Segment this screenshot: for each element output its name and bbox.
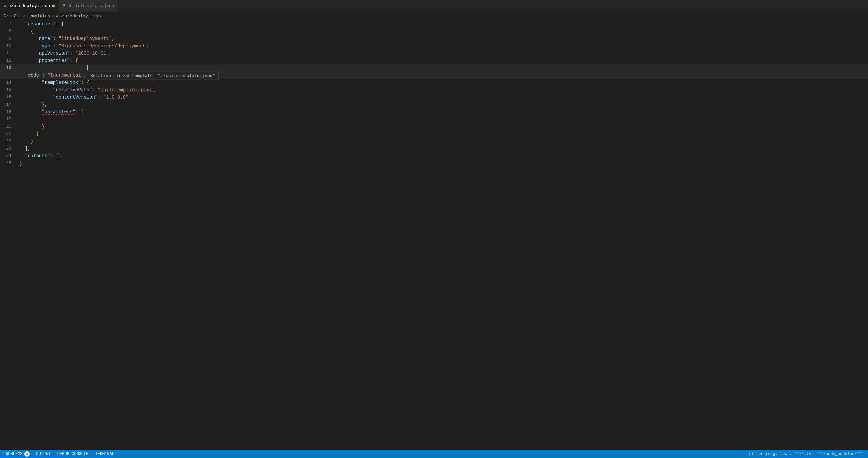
line-23: 23 ],: [0, 145, 868, 152]
line-code-14: "templateLink": {: [17, 79, 868, 86]
problems-count: 3: [24, 451, 30, 457]
line-num-20: 20: [0, 123, 17, 130]
text-cursor: │: [86, 65, 89, 70]
line-code-16: "contentVersion": "1.0.0.0": [17, 94, 868, 101]
line-code-9: "name": "linkedDeployment1",: [17, 35, 868, 42]
line-21: 21 }: [0, 130, 868, 137]
line-num-10: 10: [0, 42, 17, 50]
line-8: 8 {: [0, 28, 868, 35]
line-num-12: 12: [0, 57, 17, 64]
line-code-11: "apiVersion": "2020-10-01",: [17, 50, 868, 57]
line-num-7: 7: [0, 20, 17, 28]
breadcrumb-git[interactable]: Git: [14, 14, 21, 19]
debug-label: DEBUG CONSOLE: [57, 452, 89, 456]
terminal-label: TERMINAL: [95, 452, 114, 456]
line-code-23: ],: [17, 145, 868, 152]
line-code-25: }: [17, 160, 868, 167]
editor[interactable]: 7 "resources": [ 8 { 9 "name": "linkedDe…: [0, 20, 868, 450]
tab-childtemplate[interactable]: ≡ childTemplate.json: [59, 0, 119, 12]
line-18: 18 "parameters": {: [0, 108, 868, 116]
line-num-17: 17: [0, 101, 17, 108]
line-num-11: 11: [0, 50, 17, 57]
line-code-20: }: [17, 123, 868, 130]
line-25: 25 }: [0, 160, 868, 167]
line-num-18: 18: [0, 108, 17, 116]
status-left: PROBLEMS 3 OUTPUT DEBUG CONSOLE TERMINAL: [0, 450, 118, 458]
status-right: Filter (e.g. text, **/*.ts, !**/node_mod…: [745, 452, 868, 456]
line-code-7: "resources": [: [17, 20, 868, 28]
line-17: 17 },: [0, 101, 868, 108]
line-num-13: 13: [0, 64, 17, 72]
tab-azuredeploy[interactable]: ≡ azuredeploy.json: [0, 0, 59, 12]
breadcrumb-templates[interactable]: templates: [27, 14, 50, 19]
line-code-24: "outputs": {}: [17, 152, 868, 160]
line-code-10: "type": "Microsoft.Resources/deployments…: [17, 42, 868, 50]
output-tab[interactable]: OUTPUT: [33, 450, 54, 458]
line-num-14: 14: [0, 79, 17, 86]
line-code-19: [17, 116, 868, 123]
tab-bar: ≡ azuredeploy.json ≡ childTemplate.json: [0, 0, 868, 12]
line-num-15: 15: [0, 86, 17, 94]
line-11: 11 "apiVersion": "2020-10-01",: [0, 50, 868, 57]
line-code-13: "mode": "Incremental",: [0, 72, 868, 79]
line-10: 10 "type": "Microsoft.Resources/deployme…: [0, 42, 868, 50]
problems-label: PROBLEMS: [3, 452, 23, 456]
line-16: 16 "contentVersion": "1.0.0.0": [0, 94, 868, 101]
line-code-18: "parameters": {: [17, 108, 868, 116]
debug-console-tab[interactable]: DEBUG CONSOLE: [54, 450, 92, 458]
line-code-22: }: [17, 137, 868, 145]
tab-label-childtemplate: childTemplate.json: [67, 3, 114, 8]
line-14: 14 "templateLink": {: [0, 79, 868, 86]
breadcrumb-sep-3: >: [52, 14, 54, 19]
line-24: 24 "outputs": {}: [0, 152, 868, 160]
breadcrumb-sep-2: >: [23, 14, 26, 19]
line-code-12: "properties": {: [17, 57, 868, 64]
line-code-8: {: [17, 28, 868, 35]
problems-tab[interactable]: PROBLEMS 3: [0, 450, 33, 458]
line-12: 12 "properties": {: [0, 57, 868, 64]
breadcrumb-sep-1: >: [10, 14, 13, 19]
line-code-17: },: [17, 101, 868, 108]
line-num-21: 21: [0, 130, 17, 137]
line-19: 19: [0, 116, 868, 123]
line-code-15: "relativePath": "childTemplate.json",: [17, 86, 868, 94]
breadcrumb-file-icon: ≡: [56, 14, 58, 18]
editor-content: 7 "resources": [ 8 { 9 "name": "linkedDe…: [0, 20, 868, 180]
line-num-22: 22: [0, 137, 17, 145]
line-num-9: 9: [0, 35, 17, 42]
status-bar: PROBLEMS 3 OUTPUT DEBUG CONSOLE TERMINAL…: [0, 450, 868, 458]
line-9: 9 "name": "linkedDeployment1",: [0, 35, 868, 42]
line-22: 22 }: [0, 137, 868, 145]
breadcrumb: C: > Git > templates > ≡ azuredeploy.jso…: [0, 12, 868, 20]
line-15: 15 "relativePath": "childTemplate.json",: [0, 86, 868, 94]
line-num-16: 16: [0, 94, 17, 101]
filter-area[interactable]: Filter (e.g. text, **/*.ts, !**/node_mod…: [745, 452, 868, 456]
breadcrumb-c[interactable]: C:: [3, 14, 9, 19]
filter-placeholder: Filter (e.g. text, **/*.ts, !**/node_mod…: [749, 452, 864, 456]
line-num-24: 24: [0, 152, 17, 160]
line-num-23: 23: [0, 145, 17, 152]
line-num-25: 25: [0, 160, 17, 167]
line-7: 7 "resources": [: [0, 20, 868, 28]
line-code-21: }: [17, 130, 868, 137]
output-label: OUTPUT: [36, 452, 51, 456]
line-13: 13 "mode": "Incremental", │ Relative lin…: [0, 64, 868, 79]
file-icon-childtemplate: ≡: [63, 3, 65, 8]
file-icon-azuredeploy: ≡: [4, 4, 6, 8]
breadcrumb-filename[interactable]: azuredeploy.json: [59, 14, 101, 19]
line-num-19: 19: [0, 116, 17, 123]
tab-label-azuredeploy: azuredeploy.json: [8, 3, 50, 8]
modified-indicator-azuredeploy: [52, 5, 55, 7]
line-20: 20 }: [0, 123, 868, 130]
terminal-tab[interactable]: TERMINAL: [92, 450, 118, 458]
line-num-8: 8: [0, 28, 17, 35]
